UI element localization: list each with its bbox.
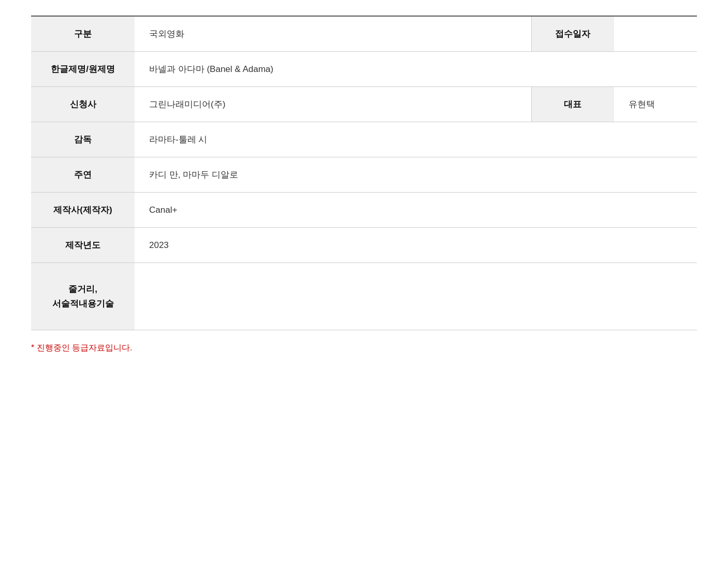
label-year: 제작년도: [31, 228, 135, 263]
table-row: 제작년도 2023: [31, 228, 697, 263]
table-row: 제작사(제작자) Canal+: [31, 193, 697, 228]
value-synopsis: [135, 263, 697, 330]
label-title: 한글제명/원제명: [31, 52, 135, 87]
value-title: 바넬과 아다마 (Banel & Adama): [135, 52, 697, 87]
value-接受日자: [614, 16, 697, 52]
table-row: 한글제명/원제명 바넬과 아다마 (Banel & Adama): [31, 52, 697, 87]
table-row: 감독 라마타-툴레 시: [31, 122, 697, 157]
label-gubun: 구분: [31, 16, 135, 52]
label-接受日자: 접수일자: [531, 16, 614, 52]
table-row: 신청사 그린나래미디어(주) 대표 유현택: [31, 87, 697, 122]
value-gubun: 국외영화: [135, 16, 531, 52]
value-director: 라마타-툴레 시: [135, 122, 697, 157]
page-container: 구분 국외영화 접수일자 한글제명/원제명 바넬과 아다마 (Banel & A…: [0, 0, 728, 374]
value-cast: 카디 만, 마마두 디알로: [135, 157, 697, 193]
value-year: 2023: [135, 228, 697, 263]
label-cast: 주연: [31, 157, 135, 193]
label-production: 제작사(제작자): [31, 193, 135, 228]
value-production: Canal+: [135, 193, 697, 228]
info-table: 구분 국외영화 접수일자 한글제명/원제명 바넬과 아다마 (Banel & A…: [31, 16, 697, 330]
label-director: 감독: [31, 122, 135, 157]
label-applicant: 신청사: [31, 87, 135, 122]
value-rep: 유현택: [614, 87, 697, 122]
table-row: 줄거리, 서술적내용기술: [31, 263, 697, 330]
label-synopsis: 줄거리, 서술적내용기술: [31, 263, 135, 330]
table-row: 구분 국외영화 접수일자: [31, 16, 697, 52]
value-applicant: 그린나래미디어(주): [135, 87, 531, 122]
label-rep: 대표: [531, 87, 614, 122]
table-row: 주연 카디 만, 마마두 디알로: [31, 157, 697, 193]
notice-text: * 진행중인 등급자료입니다.: [31, 343, 697, 354]
